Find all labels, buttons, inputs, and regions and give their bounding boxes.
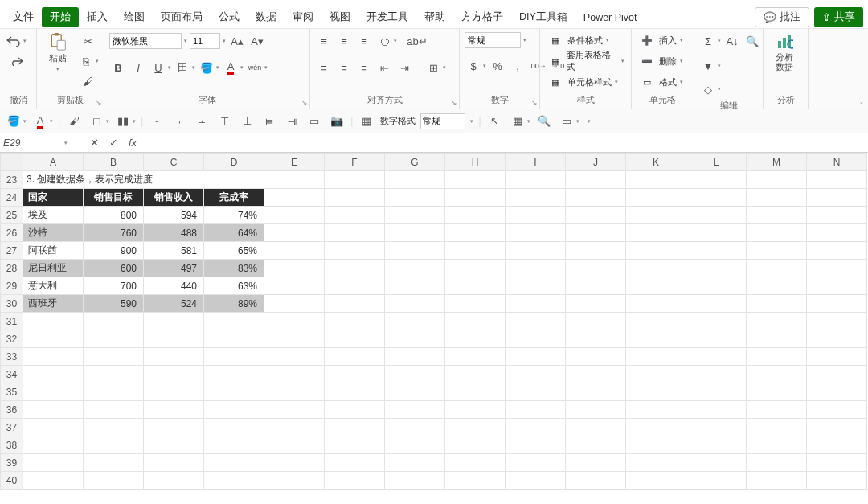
cell-G26[interactable] (385, 224, 445, 242)
cell-C33[interactable] (144, 348, 204, 366)
cell-C38[interactable] (144, 436, 204, 454)
cell-E31[interactable] (264, 313, 325, 330)
border-button[interactable]: 田 (174, 59, 191, 76)
row-header-28[interactable]: 28 (1, 260, 23, 277)
cell-L35[interactable] (686, 383, 747, 401)
cell-F28[interactable] (325, 260, 385, 277)
cell-L40[interactable] (686, 472, 747, 490)
cell-L38[interactable] (686, 436, 747, 454)
cell-H31[interactable] (445, 313, 506, 330)
cell-F40[interactable] (325, 472, 385, 490)
row-header-40[interactable]: 40 (1, 472, 23, 490)
font-color-button[interactable]: A (222, 59, 240, 76)
col-header-M[interactable]: M (747, 154, 807, 171)
cell-D32[interactable] (204, 330, 264, 348)
cell-C26[interactable]: 488 (144, 224, 204, 242)
increase-font-button[interactable]: A▴ (228, 32, 246, 50)
cell-N30[interactable] (807, 295, 867, 313)
cell-A28[interactable]: 尼日利亚 (23, 260, 84, 277)
cell-J26[interactable] (566, 224, 626, 242)
cell-G37[interactable] (385, 419, 445, 436)
redo-button[interactable] (7, 52, 25, 70)
cell-H33[interactable] (445, 348, 506, 366)
cell-H28[interactable] (445, 260, 506, 277)
cell-I33[interactable] (506, 348, 566, 366)
cut-button[interactable]: ✂ (80, 32, 97, 50)
cell-D38[interactable] (204, 436, 264, 454)
qat-overflow[interactable]: ▾ (588, 118, 591, 125)
cell-C36[interactable] (144, 401, 204, 419)
cell-D36[interactable] (204, 401, 264, 419)
cell-M34[interactable] (747, 366, 807, 383)
qat-chart[interactable]: ▮▮ (114, 113, 132, 130)
cell-C27[interactable]: 581 (144, 242, 204, 260)
sort-button[interactable]: A↓ (723, 32, 741, 50)
menu-formulas[interactable]: 公式 (211, 7, 248, 27)
fill-color-button[interactable]: 🪣 (198, 59, 215, 76)
name-box-dropdown[interactable]: ▾ (64, 140, 68, 146)
paste-button[interactable]: 粘贴▾ (42, 32, 74, 72)
merge-button[interactable]: ⊞ (424, 59, 442, 76)
menu-ffgz[interactable]: 方方格子 (453, 7, 511, 27)
cell-I34[interactable] (506, 366, 566, 383)
cell-A29[interactable]: 意大利 (23, 277, 84, 295)
cell-G36[interactable] (385, 401, 445, 419)
cell-G40[interactable] (385, 472, 445, 490)
menu-help[interactable]: 帮助 (416, 7, 453, 27)
qat-fontcolor[interactable]: A (31, 113, 49, 130)
clear-button[interactable]: ◇ (699, 80, 717, 98)
cell-L36[interactable] (686, 401, 747, 419)
cell-N31[interactable] (807, 313, 867, 330)
autosum-button[interactable]: Σ (699, 32, 717, 50)
qat-align-4[interactable]: ⊤ (215, 113, 233, 130)
cell-B35[interactable] (84, 383, 144, 401)
cell-J31[interactable] (566, 313, 626, 330)
cell-D27[interactable]: 65% (204, 242, 264, 260)
col-header-G[interactable]: G (385, 154, 445, 171)
cell-I23[interactable] (506, 171, 566, 189)
cell-I39[interactable] (506, 454, 566, 472)
row-header-30[interactable]: 30 (1, 295, 23, 313)
menu-file[interactable]: 文件 (5, 7, 42, 27)
font-name-dropdown[interactable]: ▾ (184, 38, 187, 44)
phonetic-button[interactable]: wén (246, 59, 264, 76)
row-header-39[interactable]: 39 (1, 454, 23, 472)
menu-draw[interactable]: 绘图 (116, 7, 153, 27)
cell-J29[interactable] (566, 277, 626, 295)
insert-cells-button[interactable]: ➕插入▾ (637, 32, 685, 48)
cell-M36[interactable] (747, 401, 807, 419)
cell-F39[interactable] (325, 454, 385, 472)
format-painter-button[interactable]: 🖌 (80, 72, 97, 90)
cell-C24[interactable]: 销售收入 (144, 189, 204, 207)
bold-button[interactable]: B (109, 59, 127, 76)
cell-F37[interactable] (325, 419, 385, 436)
cell-M29[interactable] (747, 277, 807, 295)
cell-H39[interactable] (445, 454, 506, 472)
col-header-F[interactable]: F (325, 154, 385, 171)
cell-J40[interactable] (566, 472, 626, 490)
copy-dropdown[interactable]: ▾ (96, 58, 99, 64)
cell-I26[interactable] (506, 224, 566, 242)
cell-A32[interactable] (23, 330, 84, 348)
cell-K24[interactable] (626, 189, 686, 207)
cell-F36[interactable] (325, 401, 385, 419)
cell-G32[interactable] (385, 330, 445, 348)
cell-F27[interactable] (325, 242, 385, 260)
cell-F31[interactable] (325, 313, 385, 330)
cell-K28[interactable] (626, 260, 686, 277)
qat-group[interactable]: ▭ (305, 113, 323, 130)
fill-dropdown[interactable]: ▾ (718, 63, 721, 69)
menu-diy[interactable]: DIY工具箱 (511, 7, 575, 27)
cell-I31[interactable] (506, 313, 566, 330)
col-header-A[interactable]: A (23, 154, 84, 171)
align-middle-button[interactable]: ≡ (335, 32, 353, 50)
cell-N27[interactable] (807, 242, 867, 260)
cell-H34[interactable] (445, 366, 506, 383)
cell-C37[interactable] (144, 419, 204, 436)
cell-C29[interactable]: 440 (144, 277, 204, 295)
cell-E37[interactable] (264, 419, 325, 436)
fill-color-dropdown[interactable]: ▾ (216, 64, 219, 71)
cell-I27[interactable] (506, 242, 566, 260)
cell-L31[interactable] (686, 313, 747, 330)
cell-C39[interactable] (144, 454, 204, 472)
